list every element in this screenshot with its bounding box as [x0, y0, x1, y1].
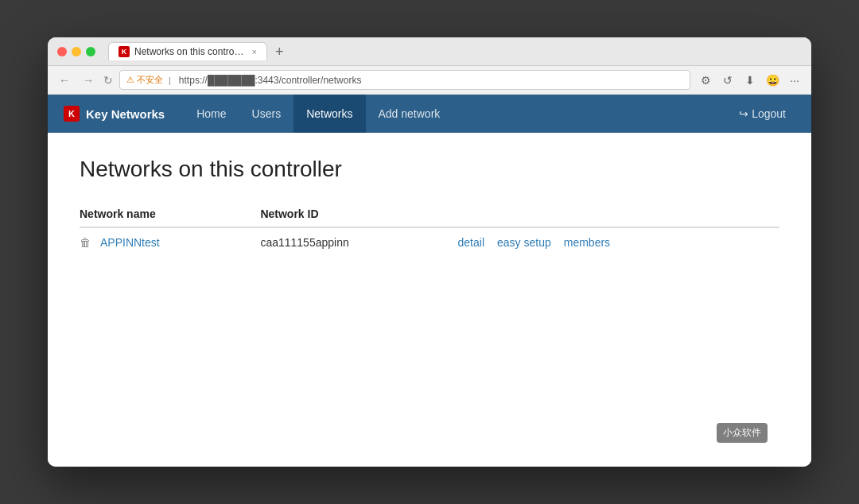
nav-home[interactable]: Home [184, 95, 239, 133]
nav-networks[interactable]: Networks [293, 95, 365, 133]
network-name-link[interactable]: APPINNtest [100, 236, 160, 249]
content-area: Networks on this controller Network name… [48, 133, 811, 467]
easy-setup-link[interactable]: easy setup [497, 236, 551, 249]
extensions-icon[interactable]: ⚙ [697, 72, 714, 89]
warning-icon: ⚠ [126, 75, 134, 85]
brand-label: Key Networks [86, 107, 165, 121]
members-link[interactable]: members [564, 236, 610, 249]
forward-button[interactable]: → [80, 72, 97, 88]
refresh-icon[interactable]: ↺ [719, 72, 737, 89]
col-header-network-id: Network ID [260, 201, 457, 227]
url-box[interactable]: ⚠ 不安全 | https://███████:3443/controller/… [119, 70, 690, 90]
navbar-brand[interactable]: K Key Networks [64, 95, 177, 133]
detail-link[interactable]: detail [458, 236, 484, 249]
security-indicator: ⚠ 不安全 | [126, 74, 174, 86]
col-header-network-name: Network name [80, 201, 260, 227]
table-row: 🗑 APPINNtest caa111155appinn detail easy… [80, 227, 779, 257]
watermark: 小众软件 [717, 423, 768, 443]
title-bar: K Networks on this controller × + [48, 37, 811, 66]
address-bar: ← → ↻ ⚠ 不安全 | https://███████:3443/contr… [48, 66, 811, 95]
networks-table: Network name Network ID 🗑 APPINNtest [80, 201, 779, 257]
menu-icon[interactable]: ··· [786, 72, 803, 89]
active-tab[interactable]: K Networks on this controller × [108, 42, 267, 60]
tab-close-icon[interactable]: × [252, 47, 257, 56]
brand-icon: K [64, 106, 80, 122]
tab-bar: K Networks on this controller × + [108, 42, 802, 60]
url-text: https://███████:3443/controller/networks [179, 75, 362, 86]
new-tab-button[interactable]: + [270, 45, 289, 59]
maximize-button[interactable] [86, 47, 95, 56]
nav-users[interactable]: Users [239, 95, 294, 133]
nav-add-network[interactable]: Add network [366, 95, 453, 133]
tab-title: Networks on this controller [134, 46, 244, 57]
action-links: detail easy setup members [458, 236, 767, 249]
reload-button[interactable]: ↻ [103, 74, 113, 87]
network-id-cell: caa111155appinn [260, 227, 457, 257]
logout-button[interactable]: ↪ Logout [729, 107, 795, 120]
navbar-right: ↪ Logout [729, 95, 795, 133]
network-name-cell: 🗑 APPINNtest [80, 236, 247, 249]
minimize-button[interactable] [72, 47, 81, 56]
delete-icon[interactable]: 🗑 [80, 236, 91, 249]
browser-window: K Networks on this controller × + ← → ↻ … [48, 37, 811, 467]
back-button[interactable]: ← [56, 72, 73, 88]
address-icons: ⚙ ↺ ⬇ 😀 ··· [697, 72, 803, 89]
traffic-lights [57, 47, 95, 56]
tab-favicon-icon: K [119, 46, 130, 57]
download-icon[interactable]: ⬇ [741, 72, 759, 89]
col-header-actions [458, 201, 779, 227]
profile-icon[interactable]: 😀 [764, 72, 781, 89]
logout-icon: ↪ [739, 107, 748, 120]
page-title: Networks on this controller [80, 157, 779, 182]
navbar: K Key Networks Home Users Networks Add n… [48, 95, 811, 133]
close-button[interactable] [57, 47, 67, 56]
